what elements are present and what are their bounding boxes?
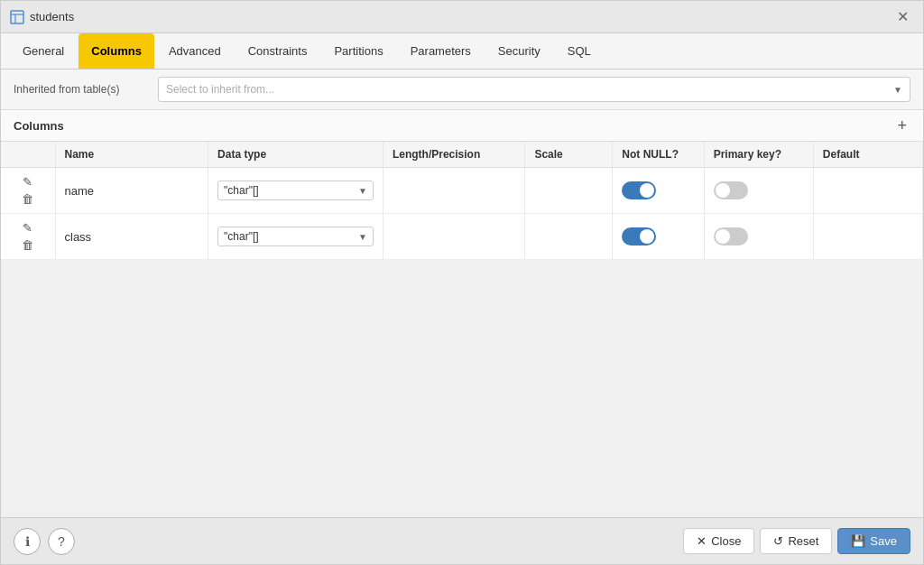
row1-scale: [525, 168, 613, 214]
row2-notnull: [613, 214, 704, 260]
table-row: ✎ 🗑 class "char"[] ▼: [1, 214, 923, 260]
row1-datatype[interactable]: "char"[] ▼: [208, 168, 383, 214]
columns-header: Columns +: [1, 110, 923, 142]
row1-notnull-slider: [622, 181, 656, 199]
footer: ℹ ? ✕ Close ↺ Reset 💾 Save: [1, 517, 923, 564]
col-header-notnull: Not NULL?: [613, 142, 704, 168]
dialog-title: students: [30, 10, 74, 23]
tab-security[interactable]: Security: [485, 33, 553, 69]
row1-primarykey-slider: [714, 181, 748, 199]
row1-datatype-chevron-icon: ▼: [358, 186, 367, 196]
tab-parameters[interactable]: Parameters: [398, 33, 484, 69]
save-label: Save: [870, 534, 897, 548]
row2-primarykey-toggle[interactable]: [714, 227, 748, 245]
row2-datatype-chevron-icon: ▼: [358, 232, 367, 242]
row2-primarykey-slider: [714, 227, 748, 245]
row1-datatype-text: "char"[]: [224, 184, 259, 197]
tab-columns[interactable]: Columns: [79, 33, 154, 69]
col-header-datatype: Data type: [208, 142, 383, 168]
row2-actions: ✎ 🗑: [1, 214, 55, 260]
row2-default: [813, 214, 922, 260]
tab-constraints[interactable]: Constraints: [236, 33, 320, 69]
footer-left: ℹ ?: [14, 528, 75, 555]
row1-name: name: [55, 168, 208, 214]
tab-partitions[interactable]: Partitions: [321, 33, 395, 69]
row2-datatype-text: "char"[]: [224, 230, 259, 243]
row1-edit-button[interactable]: ✎: [19, 173, 36, 190]
table-header-row: Name Data type Length/Precision Scale No…: [1, 142, 923, 168]
row1-notnull: [613, 168, 704, 214]
row2-delete-button[interactable]: 🗑: [18, 236, 37, 254]
col-header-name: Name: [55, 142, 208, 168]
table-icon: [10, 10, 24, 24]
row1-primarykey: [704, 168, 813, 214]
reset-button[interactable]: ↺ Reset: [760, 528, 832, 554]
row2-edit-button[interactable]: ✎: [19, 219, 36, 236]
tab-sql[interactable]: SQL: [555, 33, 604, 69]
row2-name: class: [55, 214, 208, 260]
row2-notnull-toggle[interactable]: [622, 227, 656, 245]
row2-scale: [525, 214, 613, 260]
close-icon: ✕: [697, 534, 707, 548]
close-label: Close: [711, 534, 741, 548]
title-bar: students ✕: [1, 1, 923, 33]
col-header-scale: Scale: [525, 142, 613, 168]
col-header-primarykey: Primary key?: [704, 142, 813, 168]
svg-rect-0: [11, 11, 23, 23]
row1-primarykey-toggle[interactable]: [714, 181, 748, 199]
columns-section: Columns + Name Data type Length/Precisio…: [1, 110, 923, 260]
row1-actions: ✎ 🗑: [1, 168, 55, 214]
col-header-default: Default: [813, 142, 922, 168]
info-button[interactable]: ℹ: [14, 528, 41, 555]
columns-table: Name Data type Length/Precision Scale No…: [1, 142, 923, 260]
add-column-button[interactable]: +: [893, 117, 910, 134]
inherit-select[interactable]: Select to inherit from... ▼: [158, 77, 910, 102]
save-button[interactable]: 💾 Save: [837, 528, 910, 554]
row1-notnull-toggle[interactable]: [622, 181, 656, 199]
columns-section-title: Columns: [14, 119, 64, 133]
dialog: students ✕ General Columns Advanced Cons…: [0, 0, 924, 565]
content-area: Columns + Name Data type Length/Precisio…: [1, 110, 923, 517]
inherit-placeholder: Select to inherit from...: [166, 83, 274, 96]
help-button[interactable]: ?: [48, 528, 75, 555]
close-button[interactable]: ✕ Close: [683, 528, 754, 554]
row1-default: [813, 168, 922, 214]
reset-label: Reset: [788, 534, 818, 548]
tab-advanced[interactable]: Advanced: [156, 33, 234, 69]
footer-right: ✕ Close ↺ Reset 💾 Save: [683, 528, 910, 554]
inherit-chevron-icon: ▼: [893, 85, 902, 95]
tabs-bar: General Columns Advanced Constraints Par…: [1, 33, 923, 69]
col-header-actions: [1, 142, 55, 168]
row2-notnull-slider: [622, 227, 656, 245]
col-header-length: Length/Precision: [383, 142, 524, 168]
row1-length: [383, 168, 524, 214]
save-icon: 💾: [851, 534, 865, 548]
table-row: ✎ 🗑 name "char"[] ▼: [1, 168, 923, 214]
reset-icon: ↺: [773, 534, 783, 548]
inherit-row: Inherited from table(s) Select to inheri…: [1, 69, 923, 110]
dialog-close-button[interactable]: ✕: [892, 6, 914, 27]
title-bar-left: students: [10, 10, 74, 24]
inherit-label: Inherited from table(s): [14, 83, 140, 96]
tab-general[interactable]: General: [10, 33, 77, 69]
row2-datatype[interactable]: "char"[] ▼: [208, 214, 383, 260]
row2-primarykey: [704, 214, 813, 260]
row1-delete-button[interactable]: 🗑: [18, 190, 37, 208]
row2-length: [383, 214, 524, 260]
